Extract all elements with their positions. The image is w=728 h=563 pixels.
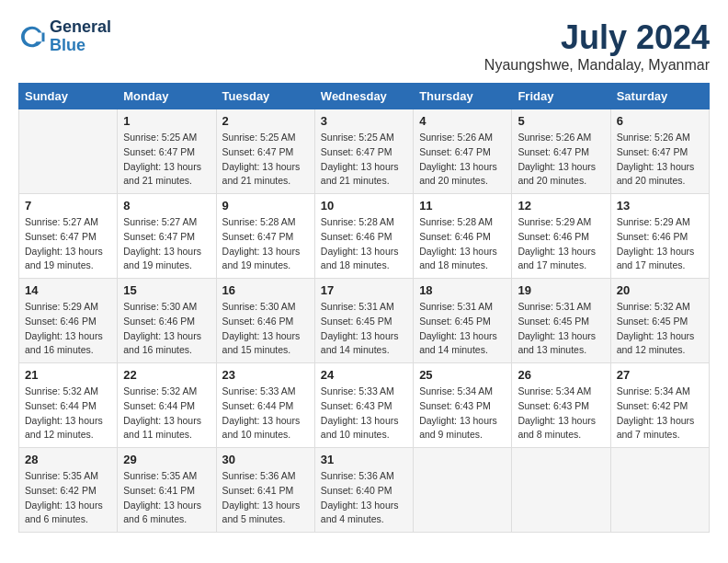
day-number: 14: [25, 283, 111, 297]
table-cell: 3Sunrise: 5:25 AM Sunset: 6:47 PM Daylig…: [314, 109, 413, 194]
day-info: Sunrise: 5:26 AM Sunset: 6:47 PM Dayligh…: [617, 131, 703, 189]
col-thursday: Thursday: [414, 84, 512, 109]
day-number: 25: [419, 368, 506, 382]
day-info: Sunrise: 5:34 AM Sunset: 6:43 PM Dayligh…: [419, 385, 506, 442]
day-number: 13: [617, 199, 703, 213]
logo-icon: [18, 23, 46, 51]
day-number: 6: [617, 114, 703, 128]
day-number: 27: [617, 368, 703, 382]
day-info: Sunrise: 5:26 AM Sunset: 6:47 PM Dayligh…: [518, 131, 604, 189]
day-number: 12: [518, 199, 604, 213]
table-cell: 30Sunrise: 5:36 AM Sunset: 6:41 PM Dayli…: [216, 448, 314, 533]
table-cell: 8Sunrise: 5:27 AM Sunset: 6:47 PM Daylig…: [118, 194, 216, 279]
day-number: 20: [617, 283, 703, 297]
day-info: Sunrise: 5:25 AM Sunset: 6:47 PM Dayligh…: [123, 131, 210, 189]
day-info: Sunrise: 5:25 AM Sunset: 6:47 PM Dayligh…: [321, 131, 407, 189]
table-cell: 29Sunrise: 5:35 AM Sunset: 6:41 PM Dayli…: [118, 448, 216, 533]
table-cell: 7Sunrise: 5:27 AM Sunset: 6:47 PM Daylig…: [19, 194, 118, 279]
col-friday: Friday: [512, 84, 610, 109]
day-info: Sunrise: 5:29 AM Sunset: 6:46 PM Dayligh…: [518, 215, 604, 273]
table-cell: [610, 448, 709, 533]
day-info: Sunrise: 5:29 AM Sunset: 6:46 PM Dayligh…: [617, 215, 703, 273]
day-number: 8: [123, 199, 210, 213]
table-cell: 14Sunrise: 5:29 AM Sunset: 6:46 PM Dayli…: [19, 279, 118, 363]
table-cell: 31Sunrise: 5:36 AM Sunset: 6:40 PM Dayli…: [314, 448, 413, 533]
col-monday: Monday: [118, 84, 216, 109]
day-info: Sunrise: 5:30 AM Sunset: 6:46 PM Dayligh…: [222, 300, 309, 358]
month-title: July 2024: [484, 18, 710, 57]
day-info: Sunrise: 5:36 AM Sunset: 6:40 PM Dayligh…: [321, 469, 407, 527]
logo-line2: Blue: [50, 36, 85, 54]
day-number: 9: [222, 199, 309, 213]
table-cell: 2Sunrise: 5:25 AM Sunset: 6:47 PM Daylig…: [216, 109, 314, 194]
day-info: Sunrise: 5:35 AM Sunset: 6:42 PM Dayligh…: [25, 469, 111, 527]
col-tuesday: Tuesday: [216, 84, 314, 109]
day-info: Sunrise: 5:33 AM Sunset: 6:43 PM Dayligh…: [321, 385, 407, 442]
day-number: 29: [123, 453, 210, 466]
table-cell: 9Sunrise: 5:28 AM Sunset: 6:47 PM Daylig…: [216, 194, 314, 279]
day-info: Sunrise: 5:34 AM Sunset: 6:42 PM Dayligh…: [617, 385, 703, 442]
day-info: Sunrise: 5:36 AM Sunset: 6:41 PM Dayligh…: [222, 469, 309, 527]
table-cell: 17Sunrise: 5:31 AM Sunset: 6:45 PM Dayli…: [314, 279, 413, 363]
day-info: Sunrise: 5:31 AM Sunset: 6:45 PM Dayligh…: [419, 300, 506, 358]
logo-line1: General: [50, 17, 111, 36]
day-number: 3: [321, 114, 407, 128]
table-cell: 11Sunrise: 5:28 AM Sunset: 6:46 PM Dayli…: [414, 194, 512, 279]
table-cell: 28Sunrise: 5:35 AM Sunset: 6:42 PM Dayli…: [19, 448, 118, 533]
day-number: 4: [419, 114, 506, 128]
day-number: 30: [222, 453, 309, 466]
logo: General Blue: [18, 18, 111, 55]
day-number: 2: [222, 114, 309, 128]
col-wednesday: Wednesday: [314, 84, 413, 109]
day-info: Sunrise: 5:31 AM Sunset: 6:45 PM Dayligh…: [518, 300, 604, 358]
table-cell: 15Sunrise: 5:30 AM Sunset: 6:46 PM Dayli…: [118, 279, 216, 363]
page-header: General Blue July 2024 Nyaungshwe, Manda…: [18, 18, 710, 74]
table-cell: 25Sunrise: 5:34 AM Sunset: 6:43 PM Dayli…: [414, 363, 512, 448]
day-number: 24: [321, 368, 407, 382]
col-saturday: Saturday: [610, 84, 709, 109]
table-cell: 13Sunrise: 5:29 AM Sunset: 6:46 PM Dayli…: [610, 194, 709, 279]
table-cell: 18Sunrise: 5:31 AM Sunset: 6:45 PM Dayli…: [414, 279, 512, 363]
day-number: 16: [222, 283, 309, 297]
day-number: 1: [123, 114, 210, 128]
day-info: Sunrise: 5:28 AM Sunset: 6:47 PM Dayligh…: [222, 215, 309, 273]
day-info: Sunrise: 5:28 AM Sunset: 6:46 PM Dayligh…: [321, 215, 407, 273]
table-cell: 6Sunrise: 5:26 AM Sunset: 6:47 PM Daylig…: [610, 109, 709, 194]
day-number: 7: [25, 199, 111, 213]
table-cell: [414, 448, 512, 533]
table-cell: 12Sunrise: 5:29 AM Sunset: 6:46 PM Dayli…: [512, 194, 610, 279]
day-number: 10: [321, 199, 407, 213]
day-info: Sunrise: 5:27 AM Sunset: 6:47 PM Dayligh…: [25, 215, 111, 273]
table-cell: 16Sunrise: 5:30 AM Sunset: 6:46 PM Dayli…: [216, 279, 314, 363]
day-info: Sunrise: 5:35 AM Sunset: 6:41 PM Dayligh…: [123, 469, 210, 527]
day-info: Sunrise: 5:30 AM Sunset: 6:46 PM Dayligh…: [123, 300, 210, 358]
table-cell: [512, 448, 610, 533]
table-cell: 1Sunrise: 5:25 AM Sunset: 6:47 PM Daylig…: [118, 109, 216, 194]
header-row: Sunday Monday Tuesday Wednesday Thursday…: [19, 84, 710, 109]
day-info: Sunrise: 5:29 AM Sunset: 6:46 PM Dayligh…: [25, 300, 111, 358]
day-number: 28: [25, 453, 111, 466]
table-cell: 21Sunrise: 5:32 AM Sunset: 6:44 PM Dayli…: [19, 363, 118, 448]
day-info: Sunrise: 5:32 AM Sunset: 6:44 PM Dayligh…: [123, 385, 210, 442]
table-row: 1Sunrise: 5:25 AM Sunset: 6:47 PM Daylig…: [19, 109, 710, 194]
day-info: Sunrise: 5:34 AM Sunset: 6:43 PM Dayligh…: [518, 385, 604, 442]
day-info: Sunrise: 5:31 AM Sunset: 6:45 PM Dayligh…: [321, 300, 407, 358]
table-row: 28Sunrise: 5:35 AM Sunset: 6:42 PM Dayli…: [19, 448, 710, 533]
table-cell: 10Sunrise: 5:28 AM Sunset: 6:46 PM Dayli…: [314, 194, 413, 279]
table-cell: 22Sunrise: 5:32 AM Sunset: 6:44 PM Dayli…: [118, 363, 216, 448]
day-number: 19: [518, 283, 604, 297]
table-cell: 4Sunrise: 5:26 AM Sunset: 6:47 PM Daylig…: [414, 109, 512, 194]
table-row: 21Sunrise: 5:32 AM Sunset: 6:44 PM Dayli…: [19, 363, 710, 448]
table-cell: 19Sunrise: 5:31 AM Sunset: 6:45 PM Dayli…: [512, 279, 610, 363]
col-sunday: Sunday: [19, 84, 118, 109]
table-row: 7Sunrise: 5:27 AM Sunset: 6:47 PM Daylig…: [19, 194, 710, 279]
day-info: Sunrise: 5:27 AM Sunset: 6:47 PM Dayligh…: [123, 215, 210, 273]
day-info: Sunrise: 5:25 AM Sunset: 6:47 PM Dayligh…: [222, 131, 309, 189]
table-cell: 27Sunrise: 5:34 AM Sunset: 6:42 PM Dayli…: [610, 363, 709, 448]
table-row: 14Sunrise: 5:29 AM Sunset: 6:46 PM Dayli…: [19, 279, 710, 363]
day-info: Sunrise: 5:26 AM Sunset: 6:47 PM Dayligh…: [419, 131, 506, 189]
table-cell: 23Sunrise: 5:33 AM Sunset: 6:44 PM Dayli…: [216, 363, 314, 448]
day-number: 26: [518, 368, 604, 382]
table-cell: [19, 109, 118, 194]
day-number: 21: [25, 368, 111, 382]
